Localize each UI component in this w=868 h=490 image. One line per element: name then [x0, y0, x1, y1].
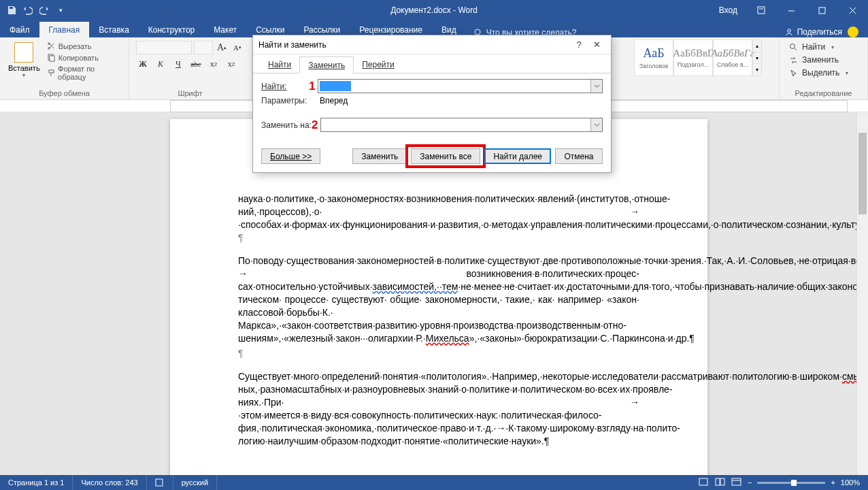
zoom-slider[interactable] [757, 482, 825, 484]
maximize-button[interactable] [807, 0, 837, 20]
minimize-button[interactable] [776, 0, 807, 20]
status-page[interactable]: Страница 1 из 1 [0, 475, 73, 490]
dialog-title-bar[interactable]: Найти и заменить ? ✕ [253, 35, 611, 54]
clipboard-group-label: Буфер обмена [4, 88, 124, 99]
find-icon [789, 43, 798, 52]
clipboard-icon [14, 42, 33, 63]
svg-point-4 [788, 29, 790, 32]
view-read-mode-icon[interactable] [715, 477, 726, 488]
scissors-icon [47, 42, 56, 50]
sign-in[interactable]: Вход [711, 5, 746, 15]
replace-icon [789, 56, 798, 65]
style-subtle[interactable]: АаБбВвГгСлабое в... [713, 39, 752, 76]
feedback-smiley-icon[interactable] [848, 27, 858, 37]
quick-access-toolbar: ▾ [0, 4, 72, 16]
svg-rect-14 [720, 478, 724, 485]
params-label: Параметры: [261, 96, 309, 105]
replace-all-highlight: Заменить все [405, 144, 486, 168]
copy-icon [47, 53, 56, 62]
font-group-label: Шрифт [133, 88, 247, 99]
tab-design[interactable]: Конструктор [139, 22, 204, 37]
styles-more[interactable]: ▾ [753, 63, 761, 76]
dialog-help-button[interactable]: ? [570, 38, 588, 52]
svg-rect-13 [716, 478, 720, 485]
view-web-layout-icon[interactable] [731, 477, 742, 488]
tab-home[interactable]: Главная [39, 22, 90, 37]
ribbon-options-icon[interactable] [746, 0, 776, 20]
underline-button[interactable]: Ч [171, 57, 185, 71]
zoom-in-button[interactable]: + [831, 478, 835, 487]
find-button[interactable]: Найти▾ [786, 41, 861, 53]
find-replace-dialog: Найти и заменить ? ✕ Найти Заменить Пере… [252, 35, 612, 173]
cut-button[interactable]: Вырезать [44, 41, 124, 51]
undo-icon[interactable] [22, 4, 34, 16]
copy-button[interactable]: Копировать [44, 52, 124, 63]
replace-button[interactable]: Заменить [786, 54, 861, 66]
format-painter-button[interactable]: Формат по образцу [44, 64, 124, 82]
chevron-down-icon[interactable] [590, 80, 602, 93]
svg-rect-9 [49, 70, 54, 73]
svg-rect-8 [50, 56, 54, 61]
annotation-1: 1 [309, 80, 315, 93]
svg-rect-11 [156, 479, 163, 486]
strikethrough-button[interactable]: abc [189, 57, 203, 71]
svg-rect-1 [758, 7, 765, 14]
share-button[interactable]: Поделиться [784, 27, 842, 37]
paste-button[interactable]: Вставить ▾ [4, 39, 44, 82]
tab-file[interactable]: Файл [0, 22, 39, 37]
svg-rect-2 [819, 7, 825, 14]
select-button[interactable]: Выделить▾ [786, 67, 861, 79]
status-language[interactable]: русский [173, 475, 217, 490]
save-icon[interactable] [5, 4, 18, 16]
scrollbar-thumb[interactable] [858, 133, 867, 214]
more-button[interactable]: Больше >> [261, 148, 320, 164]
view-print-layout-icon[interactable] [699, 477, 710, 488]
superscript-button[interactable]: x2 [224, 57, 238, 71]
zoom-level[interactable]: 100% [841, 478, 860, 487]
dialog-tabs: Найти Заменить Перейти [253, 56, 611, 74]
font-size-select[interactable] [194, 41, 213, 54]
svg-point-3 [475, 29, 480, 35]
tab-insert[interactable]: Вставка [89, 22, 139, 37]
share-icon [784, 27, 794, 37]
style-heading[interactable]: АаБЗаголовок [634, 39, 673, 76]
status-spellcheck-icon[interactable] [147, 475, 173, 490]
dialog-tab-replace[interactable]: Заменить [299, 56, 354, 74]
styles-scroll-up[interactable]: ▴ [753, 40, 761, 52]
replace-one-button[interactable]: Заменить [352, 148, 407, 164]
italic-button[interactable]: К [154, 57, 167, 71]
editing-group-label: Редактирование [784, 88, 863, 99]
chevron-down-icon[interactable] [590, 118, 602, 131]
styles-gallery[interactable]: АаБЗаголовок АаБбВвГПодзагол... АаБбВвГг… [634, 39, 775, 76]
dialog-tab-goto[interactable]: Перейти [354, 56, 403, 74]
tab-layout[interactable]: Макет [204, 22, 246, 37]
decrease-font-icon[interactable]: A▾ [231, 41, 244, 54]
subscript-button[interactable]: x2 [207, 57, 220, 71]
qat-customize-icon[interactable]: ▾ [54, 4, 67, 16]
svg-rect-15 [732, 478, 741, 485]
redo-icon[interactable] [38, 4, 50, 16]
close-button[interactable] [837, 0, 868, 20]
styles-scroll-down[interactable]: ▾ [753, 52, 761, 64]
dialog-tab-find[interactable]: Найти [260, 56, 299, 74]
vertical-scrollbar[interactable] [856, 112, 868, 475]
paintbrush-icon [47, 69, 55, 78]
window-title: Документ2.docx - Word [390, 5, 478, 15]
dialog-title: Найти и заменить [258, 40, 327, 50]
document-text[interactable]: наука·о·политике,·о·закономерностях·возн… [238, 193, 639, 448]
params-value: Вперед [320, 96, 348, 105]
status-word-count[interactable]: Число слов: 243 [73, 475, 146, 490]
style-subheading[interactable]: АаБбВвГПодзагол... [673, 39, 713, 76]
select-icon [789, 69, 798, 78]
dialog-close-button[interactable]: ✕ [588, 38, 605, 52]
find-next-button[interactable]: Найти далее [484, 148, 551, 164]
bold-button[interactable]: Ж [136, 57, 150, 71]
annotation-2: 2 [312, 118, 318, 132]
font-family-select[interactable] [136, 41, 192, 54]
zoom-out-button[interactable]: − [748, 478, 752, 487]
cancel-button[interactable]: Отмена [555, 148, 603, 164]
increase-font-icon[interactable]: A▴ [215, 41, 229, 54]
replace-all-button[interactable]: Заменить все [411, 148, 480, 164]
find-input[interactable] [318, 79, 603, 93]
replace-input[interactable] [320, 118, 603, 132]
